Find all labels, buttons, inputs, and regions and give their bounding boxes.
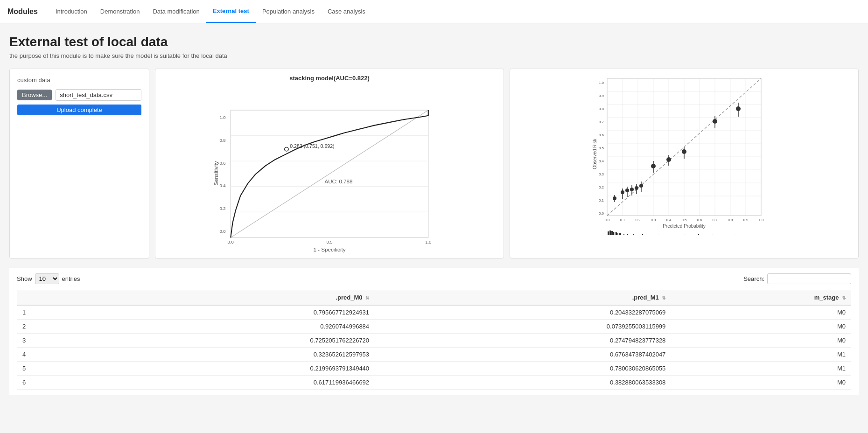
cell-m-stage: M0: [671, 305, 851, 320]
nav-item-external-test[interactable]: External test: [206, 0, 256, 23]
browse-row: Browse... short_test_data.csv: [17, 89, 141, 101]
svg-text:0.8: 0.8: [219, 138, 225, 143]
cell-pred-m1: 0.204332287075069: [375, 305, 671, 320]
cell-pred-m1: 0.676347387402047: [375, 348, 671, 362]
cell-pred-m0: 0.795667712924931: [78, 305, 375, 320]
browse-button[interactable]: Browse...: [17, 90, 52, 100]
top-navigation: Modules Introduction Demonstration Data …: [0, 0, 868, 23]
svg-rect-106: [684, 235, 685, 235]
cell-pred-m1: 0.274794823777328: [375, 334, 671, 348]
cell-pred-m1: 0.0739255003115999: [375, 320, 671, 334]
svg-text:0.7: 0.7: [712, 218, 718, 222]
svg-point-69: [639, 184, 643, 188]
table-row: 3 0.7252051762226720 0.274794823777328 M…: [17, 334, 851, 348]
svg-text:0.0: 0.0: [599, 211, 604, 216]
roc-chart-container: Sensitivity 0.0 0.2 0.4 0.6 0.8 1.0: [161, 84, 498, 252]
svg-rect-100: [620, 233, 621, 235]
svg-point-65: [630, 188, 634, 191]
svg-text:0.4: 0.4: [666, 218, 672, 222]
cell-pred-m1: 0.382880063533308: [375, 376, 671, 390]
data-table-section: Show 10 25 50 100 entries Search: .pred_…: [9, 268, 859, 395]
svg-point-15: [285, 147, 288, 151]
nav-item-data-modification[interactable]: Data modification: [146, 0, 206, 23]
nav-item-population-analysis[interactable]: Population analysis: [256, 0, 321, 23]
nav-item-case-analysis[interactable]: Case analysis: [321, 0, 372, 23]
upload-panel: custom data Browse... short_test_data.cs…: [9, 69, 149, 258]
roc-chart-panel: stacking model(AUC=0.822) Sensitivity 0.…: [155, 69, 504, 258]
table-row: 4 0.323652612597953 0.676347387402047 M1: [17, 348, 851, 362]
svg-text:0.0: 0.0: [604, 218, 610, 222]
cell-pred-m0: 0.2199693791349440: [78, 362, 375, 376]
nav-menu: Introduction Demonstration Data modifica…: [49, 0, 372, 23]
cell-rownum: 1: [17, 305, 78, 320]
svg-text:0.9: 0.9: [743, 218, 749, 222]
svg-rect-93: [609, 230, 611, 235]
svg-text:0.2: 0.2: [635, 218, 641, 222]
svg-text:0.6: 0.6: [219, 161, 225, 166]
svg-text:1.0: 1.0: [758, 218, 764, 222]
page-title: External test of local data: [9, 35, 859, 49]
svg-point-75: [682, 149, 686, 154]
svg-text:Sensitivity: Sensitivity: [213, 161, 219, 186]
svg-text:0.8: 0.8: [728, 218, 733, 222]
col-header-pred-m1[interactable]: .pred_M1 ⇅: [375, 290, 671, 306]
cell-rownum: 4: [17, 348, 78, 362]
cell-m-stage: M1: [671, 362, 851, 376]
search-label: Search:: [743, 275, 764, 282]
svg-rect-92: [608, 231, 609, 235]
svg-point-77: [713, 119, 717, 124]
svg-text:0.1: 0.1: [620, 218, 625, 222]
cell-m-stage: M0: [671, 334, 851, 348]
svg-text:0.3: 0.3: [651, 218, 656, 222]
svg-text:1 - Specificity: 1 - Specificity: [313, 246, 345, 252]
svg-rect-109: [735, 235, 736, 235]
table-row: 2 0.9260744996884 0.0739255003115999 M0: [17, 320, 851, 334]
entries-label: entries: [62, 275, 80, 282]
cell-m-stage: M0: [671, 376, 851, 390]
svg-rect-95: [613, 232, 614, 235]
col-header-m-stage[interactable]: m_stage ⇅: [671, 290, 851, 306]
upload-label: custom data: [17, 77, 141, 84]
entries-select[interactable]: 10 25 50 100: [35, 273, 59, 284]
cell-rownum: 6: [17, 376, 78, 390]
roc-svg: Sensitivity 0.0 0.2 0.4 0.6 0.8 1.0: [161, 84, 498, 252]
svg-text:0.8: 0.8: [599, 107, 604, 111]
roc-chart-title: stacking model(AUC=0.822): [161, 75, 498, 82]
svg-rect-107: [698, 234, 699, 235]
brand-logo: Modules: [7, 7, 38, 16]
svg-text:0.6: 0.6: [697, 218, 702, 222]
svg-rect-99: [619, 233, 620, 235]
search-input[interactable]: [767, 273, 851, 284]
svg-text:0.1: 0.1: [599, 198, 604, 203]
svg-text:1.0: 1.0: [425, 239, 431, 244]
svg-point-59: [613, 196, 616, 200]
col-header-pred-m0[interactable]: .pred_M0 ⇅: [78, 290, 375, 306]
svg-point-63: [625, 189, 629, 192]
svg-text:0.5: 0.5: [599, 146, 604, 150]
calibration-chart-container: Observed Risk 0.0 0.1 0.2 0.3 0.4 0.5 0.…: [516, 75, 853, 243]
panels-row: custom data Browse... short_test_data.cs…: [9, 69, 859, 258]
svg-text:Observed Risk: Observed Risk: [592, 138, 597, 169]
cell-pred-m1: 0.780030620865055: [375, 362, 671, 376]
svg-point-61: [621, 190, 624, 194]
col-header-rownum[interactable]: [17, 290, 78, 306]
nav-item-demonstration[interactable]: Demonstration: [94, 0, 147, 23]
svg-text:0.0: 0.0: [219, 229, 225, 234]
svg-point-71: [651, 164, 656, 168]
svg-rect-97: [616, 232, 617, 235]
cell-pred-m0: 0.617119936466692: [78, 376, 375, 390]
svg-text:0.6: 0.6: [599, 133, 604, 137]
svg-rect-104: [642, 234, 643, 235]
calibration-chart-panel: Observed Risk 0.0 0.1 0.2 0.3 0.4 0.5 0.…: [510, 69, 859, 258]
table-controls: Show 10 25 50 100 entries Search:: [17, 273, 851, 284]
results-table: .pred_M0 ⇅ .pred_M1 ⇅ m_stage ⇅ 1 0.7956…: [17, 290, 851, 390]
svg-text:1.0: 1.0: [599, 81, 604, 85]
svg-text:0.2: 0.2: [219, 206, 225, 211]
svg-text:0.3: 0.3: [599, 172, 604, 176]
cell-m-stage: M0: [671, 320, 851, 334]
main-content: External test of local data the purpose …: [0, 23, 868, 433]
table-body: 1 0.795667712924931 0.204332287075069 M0…: [17, 305, 851, 390]
nav-item-introduction[interactable]: Introduction: [49, 0, 94, 23]
svg-text:0.282 (0.751, 0.692): 0.282 (0.751, 0.692): [290, 143, 334, 149]
page-subtitle: the purpose of this module is to make su…: [9, 52, 859, 59]
